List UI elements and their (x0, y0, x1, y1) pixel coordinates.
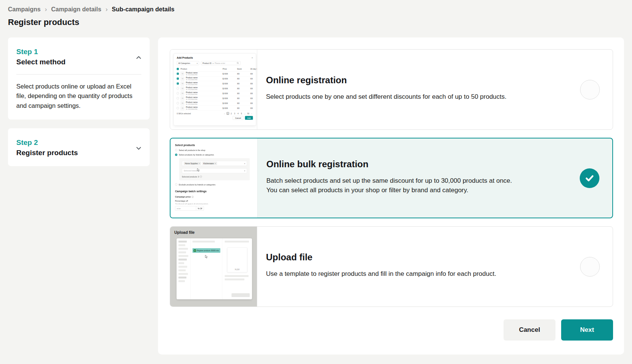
thumb-selected-file: X Register products 30000.xlsx (192, 248, 221, 253)
info-icon: i (200, 176, 202, 178)
close-icon: × (252, 56, 253, 59)
checkbox-icon (177, 107, 179, 109)
remove-chip-icon: × (215, 162, 216, 165)
thumb-skeleton-bar (178, 280, 185, 282)
thumb-page: 50 (247, 112, 250, 115)
thumb-table-row: ✓Product nameID: 8123456789$ XXXXXXX (177, 72, 253, 76)
steps-sidebar: Step 1 Select method Select products onl… (8, 37, 150, 166)
checkbox-icon: ✓ (177, 73, 179, 75)
thumb-page: 5 (240, 112, 243, 115)
thumb-page: 3 (233, 112, 236, 115)
thumb-category-chip: Kitchenware× (202, 162, 217, 165)
thumb-add-products-modal: Add Products × All Categories▾ Product I… (174, 53, 256, 126)
thumb-page: ‹ (223, 112, 226, 115)
breadcrumb-separator-icon: › (45, 6, 47, 12)
thumb-table-row: Product nameID: 8123456789$ XXXXXXX (177, 86, 253, 91)
page-title: Register products (8, 17, 624, 27)
online-registration-thumbnail: Add Products × All Categories▾ Product I… (170, 50, 257, 129)
step-1-card: Step 1 Select method Select products onl… (8, 37, 150, 120)
cursor-icon (197, 168, 200, 172)
chevron-up-icon[interactable] (135, 54, 142, 61)
thumb-product-image (181, 106, 185, 110)
radio-upload-file[interactable] (580, 257, 600, 277)
thumb-button-skeleton (232, 293, 250, 297)
thumb-product-image (181, 82, 185, 86)
radio-icon (175, 184, 177, 186)
check-icon (584, 173, 595, 184)
thumb-table-row: Product nameID: 8123456789$ XXXXXXX (177, 91, 253, 96)
step-2-card: Step 2 Register products (8, 128, 150, 166)
thumb-product-image (181, 92, 185, 95)
thumb-product-image (181, 96, 185, 100)
breadcrumb-campaigns[interactable]: Campaigns (8, 6, 41, 13)
thumb-page: 4 (237, 112, 239, 115)
option-online-registration[interactable]: Add Products × All Categories▾ Product I… (170, 49, 613, 130)
step-1-kicker: Step 1 (16, 48, 141, 56)
thumb-pagination: ‹12345...50› (223, 112, 253, 115)
thumb-brands-field: Selected brands ▾ (182, 168, 247, 174)
thumb-search-input: Product ID▾ Please enter (201, 61, 241, 65)
thumb-skeleton-bar (178, 244, 185, 246)
panel-footer: Cancel Next (170, 319, 613, 341)
option-upload-file[interactable]: Upload file X Register products 30000.xl… (170, 226, 613, 307)
thumb-add-button: Add (245, 116, 253, 120)
checkbox-icon (177, 102, 179, 104)
thumb-page: 2 (230, 112, 233, 115)
thumb-sku-count: 0 SKUs selected (177, 112, 191, 115)
thumb-skeleton-bar (178, 266, 187, 268)
thumb-table-header: – Product Price Stock 30-day items sold (177, 67, 253, 72)
thumb-categories-field: Home Supplies×Kitchenware×▾ (182, 161, 247, 166)
excel-file-icon: X (194, 249, 196, 252)
radio-online-bulk-registration[interactable] (580, 168, 599, 188)
breadcrumb-separator-icon: › (105, 6, 108, 12)
checkbox-icon (177, 92, 179, 95)
thumb-page: 1 (227, 112, 229, 115)
thumb-skeleton-bar (178, 269, 186, 271)
thumb-table-row: ✓Product nameID: 8123456789$ XXXXXXX (177, 81, 253, 86)
breadcrumb-campaign-details[interactable]: Campaign details (51, 6, 101, 13)
cancel-button[interactable]: Cancel (504, 319, 555, 341)
online-bulk-registration-thumbnail: Select products Select all products in t… (171, 138, 258, 218)
thumb-product-image (181, 72, 185, 76)
thumb-table-row: Product nameID: 8123456789$ XXXXXXX (177, 101, 253, 106)
remove-chip-icon: × (199, 162, 200, 165)
thumb-skeleton-bar (178, 255, 188, 257)
thumb-skeleton-bar (178, 252, 186, 254)
thumb-product-image (181, 101, 185, 105)
radio-checked-icon (175, 154, 177, 156)
step-1-description: Select products online or upload an Exce… (16, 82, 141, 110)
option-description: Batch select products and set up the sam… (266, 176, 515, 195)
checkbox-icon: ✓ (177, 78, 179, 80)
thumb-select-products-form: Select products Select all products in t… (175, 143, 255, 211)
thumb-file-browser: X Register products 30000.xlsx XLSX (177, 238, 252, 299)
radio-online-registration[interactable] (580, 80, 600, 100)
breadcrumb-sub-campaign-details: Sub-campaign details (112, 6, 174, 13)
step-2-title: Register products (16, 149, 141, 157)
option-online-bulk-registration[interactable]: Select products Select all products in t… (170, 138, 613, 218)
page: Campaigns › Campaign details › Sub-campa… (0, 0, 632, 355)
select-method-panel: Add Products × All Categories▾ Product I… (158, 37, 624, 355)
option-description: Use a template to register products and … (266, 269, 515, 279)
search-icon (237, 62, 239, 64)
method-options: Add Products × All Categories▾ Product I… (170, 49, 613, 307)
chevron-down-icon[interactable] (135, 145, 142, 152)
next-button[interactable]: Next (561, 319, 613, 341)
thumb-skeleton-bar (178, 273, 188, 275)
thumb-skeleton-bar (178, 241, 187, 243)
checkbox-icon (177, 87, 179, 90)
info-icon: i (191, 196, 194, 198)
thumb-skeleton-bar (178, 259, 187, 261)
checkbox-icon: – (177, 68, 179, 70)
thumb-page: ... (244, 112, 246, 115)
thumb-product-image (181, 77, 185, 81)
thumb-cancel-button: Cancel (233, 116, 244, 120)
thumb-skeleton-bar (178, 248, 188, 250)
thumb-table-row: Product nameID: 8123456789$ XXXXXXX (177, 96, 253, 101)
cursor-icon (205, 255, 208, 258)
option-title: Online bulk registration (266, 159, 555, 170)
thumb-table-row: Product nameID: 8123456789$ XXXXXXX (177, 106, 253, 111)
upload-file-thumbnail: Upload file X Register products 30000.xl… (170, 227, 257, 306)
breadcrumb: Campaigns › Campaign details › Sub-campa… (8, 5, 624, 14)
radio-icon (175, 149, 177, 151)
thumb-percent-input: enter % Off (175, 206, 204, 211)
